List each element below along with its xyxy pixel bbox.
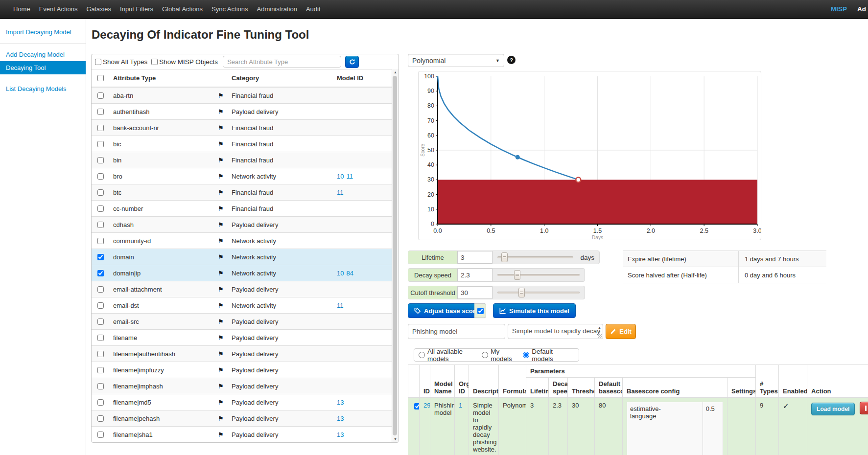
model-id-link[interactable]: 84 <box>346 270 353 277</box>
row-checkbox[interactable] <box>97 367 104 373</box>
row-checkbox[interactable] <box>97 254 104 260</box>
row-checkbox[interactable] <box>97 157 104 163</box>
attribute-row[interactable]: bin⚑Financial fraud <box>92 152 392 168</box>
attribute-row[interactable]: filename⚑Payload delivery <box>92 330 392 346</box>
model-id-link[interactable]: 11 <box>346 173 353 180</box>
decay-speed-input[interactable] <box>457 269 493 281</box>
attribute-row[interactable]: filename|authentihash⚑Payload delivery <box>92 346 392 362</box>
model-id-link[interactable]: 10 <box>337 270 344 277</box>
model-id-link[interactable]: 11 <box>337 189 344 196</box>
scroll-up-arrow[interactable]: ▲ <box>392 69 399 75</box>
row-checkbox[interactable] <box>97 383 104 389</box>
textarea-resize-grip[interactable] <box>598 334 602 338</box>
attribute-row[interactable]: bank-account-nr⚑Financial fraud <box>92 120 392 136</box>
radio-default-models[interactable] <box>523 352 529 358</box>
slider-handle[interactable] <box>518 288 525 297</box>
lifetime-slider[interactable] <box>497 251 573 264</box>
help-icon[interactable]: ? <box>507 56 516 64</box>
lifetime-input[interactable] <box>457 251 493 264</box>
misp-brand-link[interactable]: MISP <box>831 0 847 19</box>
attribute-row[interactable]: bro⚑Network activity1011 <box>92 168 392 184</box>
attribute-row[interactable]: filename|impfuzzy⚑Payload delivery <box>92 362 392 378</box>
attribute-row[interactable]: domain|ip⚑Network activity1084 <box>92 265 392 281</box>
sidebar-item-list-decaying-models[interactable]: List Decaying Models <box>0 82 86 95</box>
nav-item-audit[interactable]: Audit <box>302 0 325 19</box>
attribute-row[interactable]: filename|sha1⚑Payload delivery13 <box>92 427 392 443</box>
threshold-point-marker[interactable] <box>576 177 581 182</box>
show-misp-objects-checkbox[interactable] <box>151 59 158 65</box>
nav-item-galaxies[interactable]: Galaxies <box>82 0 116 19</box>
model-row[interactable]: 29 Phishing model 1 Simple model to rapi… <box>408 398 868 455</box>
row-checkbox[interactable] <box>97 432 104 438</box>
pause-model-button[interactable] <box>860 402 868 414</box>
nav-item-home[interactable]: Home <box>9 0 35 19</box>
model-id-link[interactable]: 13 <box>337 431 344 438</box>
model-id-link[interactable]: 29 <box>423 402 430 409</box>
row-checkbox[interactable] <box>97 141 104 147</box>
row-checkbox[interactable] <box>97 205 104 212</box>
scroll-thumb[interactable] <box>393 76 397 435</box>
sidebar-item-add-decaying-model[interactable]: Add Decaying Model <box>0 48 86 61</box>
row-checkbox[interactable] <box>97 109 104 115</box>
row-checkbox[interactable] <box>97 125 104 131</box>
radio-option-my-models[interactable]: My models <box>482 348 516 363</box>
attribute-row[interactable]: filename|md5⚑Payload delivery13 <box>92 394 392 410</box>
radio-option-default-models[interactable]: Default models <box>523 348 567 363</box>
decay-point-marker[interactable] <box>516 155 520 159</box>
model-name-input[interactable] <box>408 324 505 339</box>
attribute-row[interactable]: email-dst⚑Network activity11 <box>92 297 392 314</box>
slider-handle[interactable] <box>514 270 520 280</box>
adjust-base-score-checkbox[interactable] <box>477 308 484 314</box>
textarea-scroll-up-icon[interactable]: ▲ <box>598 326 601 329</box>
attribute-row[interactable]: cc-number⚑Financial fraud <box>92 201 392 217</box>
org-id-link[interactable]: 1 <box>459 402 462 409</box>
model-id-link[interactable]: 11 <box>337 302 344 309</box>
row-checkbox[interactable] <box>97 270 104 276</box>
row-checkbox[interactable] <box>97 318 104 325</box>
scroll-down-arrow[interactable]: ▼ <box>392 436 399 442</box>
nav-item-global-actions[interactable]: Global Actions <box>158 0 207 19</box>
decay-speed-slider[interactable] <box>497 269 580 281</box>
row-checkbox[interactable] <box>97 286 104 293</box>
row-checkbox[interactable] <box>97 238 104 244</box>
radio-option-all-available-models[interactable]: All available models <box>419 348 475 363</box>
search-attribute-type-input[interactable] <box>223 56 341 68</box>
row-checkbox[interactable] <box>97 335 104 341</box>
nav-item-input-filters[interactable]: Input Filters <box>116 0 158 19</box>
simulate-model-button[interactable]: Simulate this model <box>493 303 576 318</box>
cutoff-threshold-input[interactable] <box>457 286 493 299</box>
cutoff-threshold-slider[interactable] <box>497 286 580 299</box>
attribute-row[interactable]: email-src⚑Payload delivery <box>92 314 392 330</box>
model-id-link[interactable]: 13 <box>337 399 344 406</box>
attribute-row[interactable]: bic⚑Financial fraud <box>92 136 392 152</box>
row-checkbox[interactable] <box>97 173 104 180</box>
slider-handle[interactable] <box>501 252 508 262</box>
attribute-row[interactable]: community-id⚑Network activity <box>92 233 392 249</box>
row-checkbox[interactable] <box>97 222 104 228</box>
refresh-button[interactable] <box>345 56 359 68</box>
attribute-row[interactable]: aba-rtn⚑Financial fraud <box>92 87 392 104</box>
attribute-row[interactable]: filename|pehash⚑Payload delivery13 <box>92 410 392 427</box>
attribute-row[interactable]: cdhash⚑Payload delivery <box>92 217 392 233</box>
attribute-row[interactable]: btc⚑Financial fraud11 <box>92 184 392 201</box>
nav-item-administration[interactable]: Administration <box>253 0 302 19</box>
nav-admin-link[interactable]: Ad <box>857 0 866 19</box>
load-model-button[interactable]: Load model <box>811 403 855 415</box>
attribute-row[interactable]: email-attachment⚑Payload delivery <box>92 281 392 297</box>
table-scrollbar[interactable]: ▲ ▼ <box>392 69 399 442</box>
textarea-scroll-down-icon[interactable]: ▼ <box>598 330 601 333</box>
radio-all-available-models[interactable] <box>419 352 425 358</box>
model-id-link[interactable]: 10 <box>337 173 344 180</box>
model-id-link[interactable]: 13 <box>337 415 344 422</box>
row-checkbox[interactable] <box>97 351 104 357</box>
select-all-checkbox[interactable] <box>97 75 104 81</box>
nav-item-event-actions[interactable]: Event Actions <box>35 0 82 19</box>
model-description-textarea[interactable]: Simple model to rapidly decay ▲ ▼ <box>508 324 603 339</box>
row-checkbox[interactable] <box>97 189 104 196</box>
edit-model-button[interactable]: Edit <box>606 324 636 339</box>
attribute-row[interactable]: authentihash⚑Payload delivery <box>92 104 392 120</box>
row-checkbox[interactable] <box>97 92 104 99</box>
attribute-row[interactable]: filename|imphash⚑Payload delivery <box>92 378 392 394</box>
row-checkbox[interactable] <box>97 415 104 422</box>
row-checkbox[interactable] <box>97 399 104 406</box>
